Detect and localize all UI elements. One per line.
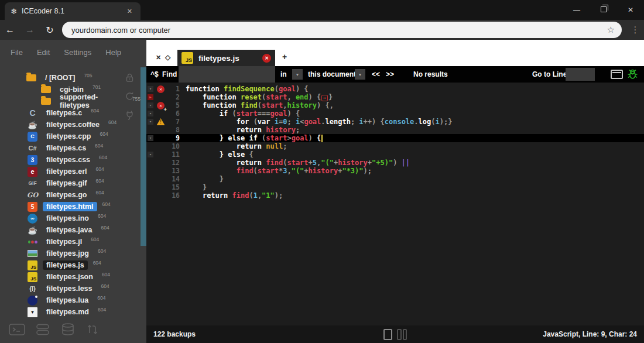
menu-help[interactable]: Help [105, 48, 121, 57]
code-line-7[interactable]: ▾!7 for (var i=0; i<goal.length; i++) {c… [146, 118, 644, 126]
code-view-icon[interactable]: ◇ [165, 53, 170, 61]
tree-item-label: filetypes.less [43, 284, 96, 293]
file-icon-js: JS [28, 260, 37, 270]
url-bar[interactable]: yourdomain.com or computer ☆ [62, 22, 622, 38]
bookmark-star-icon[interactable]: ☆ [607, 25, 615, 35]
plug-icon[interactable] [124, 109, 135, 121]
tree-item--ROOT-[interactable]: / [ROOT]705 [0, 72, 141, 84]
code-line-15[interactable]: 15 } [146, 183, 644, 191]
menu-settings[interactable]: Settings [64, 48, 91, 57]
code-line-5[interactable]: ▾✕+5 function find(start,history) {, [146, 101, 644, 109]
forward-button[interactable]: → [20, 25, 40, 35]
terminal-icon[interactable] [8, 323, 26, 339]
tree-item-filetypes.js[interactable]: JSfiletypes.js604 [0, 259, 141, 271]
reload-button[interactable]: ↻ [40, 25, 60, 36]
browser-tab[interactable]: ❄ ICEcoder 8.1 ✕ [5, 2, 141, 20]
tree-item-filetypes.cs[interactable]: C#filetypes.cs604 [0, 142, 141, 154]
code-line-8[interactable]: 8 return history; [146, 126, 644, 134]
tree-item-filetypes.erl[interactable]: efiletypes.erl604 [0, 166, 141, 177]
fold-gutter[interactable]: ▾ [146, 102, 155, 108]
menu-file[interactable]: File [11, 48, 23, 57]
icecoder-page: File Edit Settings Help / [ROOT]705cgi-b… [0, 40, 644, 343]
lock-icon[interactable] [124, 72, 135, 83]
editor-tab-filetypes-js[interactable]: JS filetypes.js ✕ [177, 50, 275, 66]
line-number: 14 [167, 175, 180, 183]
fold-gutter[interactable]: ▾ [146, 152, 155, 157]
regex-toggle[interactable]: ^$ [150, 66, 159, 83]
find-next-button[interactable]: >> [386, 66, 394, 83]
find-previous-button[interactable]: << [372, 66, 380, 83]
find-input[interactable] [179, 66, 275, 83]
folded-code-icon[interactable]: ▶ [148, 94, 153, 100]
browser-menu-icon[interactable]: ⋮ [626, 25, 644, 35]
fold-gutter[interactable]: ▾ [146, 111, 155, 116]
tree-item-filetypes.html[interactable]: 5filetypes.html604 [0, 201, 141, 212]
find-target-dropdown-icon[interactable]: ▼ [355, 69, 365, 80]
tree-item-filetypes.java[interactable]: ☕filetypes.java604 [0, 224, 141, 236]
refresh-icon[interactable] [124, 91, 135, 102]
line-number: 7 [167, 118, 180, 126]
code-line-12[interactable]: 12 return find(start+5,"("+history+"+5)"… [146, 159, 644, 167]
browser-tab-close-icon[interactable]: ✕ [125, 6, 135, 16]
fold-arrow-icon[interactable]: ▾ [148, 111, 153, 116]
fold-arrow-icon[interactable]: ▾ [148, 152, 153, 157]
code-line-9[interactable]: ▾9 } else if (start>goal) { [146, 134, 644, 142]
tree-item-filetypes.lua[interactable]: filetypes.lua604 [0, 294, 141, 306]
fold-gutter[interactable]: ▶ [146, 94, 155, 100]
close-all-tabs-icon[interactable]: ✕ [156, 54, 161, 61]
sidebar-scrollbar-track[interactable] [141, 40, 146, 343]
tree-item-filetypes.ino[interactable]: ∞filetypes.ino604 [0, 212, 141, 224]
code-line-11[interactable]: ▾11 } else { [146, 150, 644, 159]
goto-line-input[interactable] [566, 68, 595, 81]
single-pane-icon[interactable] [383, 329, 392, 340]
tree-item-supported-filetypes[interactable]: supported-filetypes755 [0, 95, 141, 107]
tree-item-filetypes.css[interactable]: 3filetypes.css604 [0, 154, 141, 166]
code-line-16[interactable]: 16 return find(1,"1"); [146, 191, 644, 200]
code-line-6[interactable]: ▾6 if (start===goal) { [146, 109, 644, 118]
cursor-position-status: JavaScript, Line: 9, Char: 24 [543, 330, 637, 338]
tree-item-filetypes.go[interactable]: GOfiletypes.go604 [0, 189, 141, 201]
fold-gutter[interactable]: ▾ [146, 119, 155, 125]
code-line-13[interactable]: 13 find(start*3,"("+history+"*3)"); [146, 167, 644, 175]
close-window-button[interactable]: ✕ [617, 6, 644, 14]
menu-edit[interactable]: Edit [37, 48, 50, 57]
sidebar-scrollbar-thumb[interactable] [141, 67, 146, 246]
split-pane-icon[interactable] [397, 329, 407, 340]
fold-arrow-icon[interactable]: ▾ [148, 86, 153, 92]
new-tab-button[interactable]: + [282, 52, 287, 61]
file-icon-css: 3 [28, 155, 37, 165]
tree-item-filetypes.jl[interactable]: filetypes.jl604 [0, 236, 141, 248]
tree-item-filetypes.coffee[interactable]: ☕filetypes.coffee604 [0, 119, 141, 131]
find-scope-value[interactable]: this document [308, 66, 356, 83]
line-text: } else { [186, 150, 644, 159]
options-icon[interactable] [35, 323, 51, 339]
database-icon[interactable] [60, 323, 76, 339]
code-line-14[interactable]: 14 } [146, 175, 644, 183]
fold-arrow-icon[interactable]: ▾ [148, 102, 153, 108]
maximize-button[interactable] [590, 6, 617, 14]
backups-status[interactable]: 122 backups [153, 330, 196, 338]
version-control-icon[interactable] [85, 323, 100, 339]
tree-item-filetypes.md[interactable]: ▼filetypes.md604 [0, 306, 141, 318]
fold-arrow-icon[interactable]: ▾ [148, 119, 153, 125]
tree-item-filetypes.cpp[interactable]: Cfiletypes.cpp604 [0, 131, 141, 142]
minimize-button[interactable]: — [563, 6, 590, 14]
editor-tab-close-button[interactable]: ✕ [262, 54, 271, 63]
file-permissions: 604 [108, 119, 117, 125]
fold-arrow-icon[interactable]: ▾ [148, 135, 153, 141]
bug-report-icon[interactable] [626, 68, 639, 83]
find-scope-dropdown-icon[interactable]: ▼ [292, 69, 303, 80]
tree-item-filetypes.jpg[interactable]: filetypes.jpg604 [0, 248, 141, 259]
fold-gutter[interactable]: ▾ [146, 86, 155, 92]
code-line-10[interactable]: 10 return null; [146, 142, 644, 150]
tree-item-filetypes.json[interactable]: JSfiletypes.json604 [0, 271, 141, 283]
line-text: return history; [186, 126, 644, 134]
tree-item-filetypes.gif[interactable]: GIFfiletypes.gif604 [0, 177, 141, 189]
window-manager-icon[interactable] [611, 70, 623, 79]
fold-gutter[interactable]: ▾ [146, 135, 155, 141]
back-button[interactable]: ← [0, 25, 20, 35]
code-area[interactable]: ▾✕1function findSequence(goal) {▶2 funct… [146, 83, 644, 325]
code-line-1[interactable]: ▾✕1function findSequence(goal) { [146, 85, 644, 93]
tree-item-filetypes.less[interactable]: {l}filetypes.less604 [0, 283, 141, 294]
code-line-2[interactable]: ▶2 function reset(start, end) {↔} [146, 93, 644, 101]
